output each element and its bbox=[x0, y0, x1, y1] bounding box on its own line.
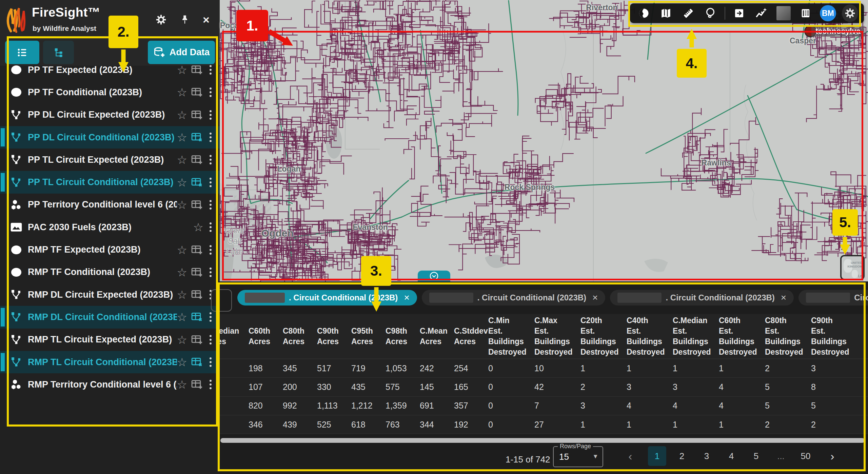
column-header[interactable]: C.Median Est. Buildings Destroyed bbox=[673, 315, 719, 357]
data-table-icon[interactable] bbox=[797, 5, 814, 21]
column-header[interactable]: C95th Acres bbox=[351, 326, 386, 347]
table-row[interactable]: 8209921,1131,2121,35969135707344455 bbox=[220, 397, 868, 415]
row-menu-icon[interactable] bbox=[207, 311, 214, 323]
favorite-star-icon[interactable]: ☆ bbox=[177, 266, 187, 278]
row-menu-icon[interactable] bbox=[207, 199, 214, 211]
collapse-table-button[interactable] bbox=[418, 271, 450, 281]
row-menu-icon[interactable] bbox=[207, 266, 214, 278]
lasso-select-icon[interactable] bbox=[702, 5, 718, 21]
row-menu-icon[interactable] bbox=[207, 378, 214, 391]
column-header[interactable]: C60th Acres bbox=[249, 326, 283, 347]
remove-from-table-icon[interactable] bbox=[191, 311, 203, 323]
settings-gear-icon[interactable] bbox=[154, 13, 168, 26]
tab-close-icon[interactable]: × bbox=[404, 292, 409, 303]
column-header[interactable]: C90th Acres bbox=[317, 326, 351, 347]
favorite-star-icon[interactable]: ☆ bbox=[177, 86, 187, 98]
globe-icon[interactable] bbox=[636, 5, 652, 21]
row-menu-icon[interactable] bbox=[207, 109, 214, 121]
layer-row[interactable]: PP TF Conditional (2023B)☆ bbox=[0, 81, 220, 103]
table-row[interactable]: 346439525618763344192027111122 bbox=[220, 415, 868, 434]
favorite-star-icon[interactable]: ☆ bbox=[177, 379, 187, 390]
row-menu-icon[interactable] bbox=[207, 221, 214, 233]
layer-row[interactable]: RMP DL Circuit Conditional (2023B)☆ bbox=[0, 306, 220, 328]
row-menu-icon[interactable] bbox=[207, 356, 214, 368]
add-to-table-icon[interactable] bbox=[191, 244, 203, 256]
remove-from-table-icon[interactable] bbox=[191, 177, 203, 188]
horizontal-scrollbar[interactable] bbox=[220, 438, 865, 443]
favorite-star-icon[interactable]: ☆ bbox=[177, 244, 187, 256]
favorite-star-icon[interactable]: ☆ bbox=[177, 334, 187, 345]
layer-row[interactable]: RMP TL Circuit Expected (2023B)☆ bbox=[0, 329, 220, 351]
row-menu-icon[interactable] bbox=[207, 131, 214, 143]
add-to-table-icon[interactable] bbox=[191, 334, 203, 345]
layer-row[interactable]: PP DL Circuit Expected (2023B)☆ bbox=[0, 104, 220, 126]
page-button[interactable]: 4 bbox=[722, 446, 741, 466]
row-menu-icon[interactable] bbox=[207, 244, 214, 256]
settings-gear-button[interactable] bbox=[842, 5, 858, 21]
row-menu-icon[interactable] bbox=[207, 64, 214, 76]
result-tab[interactable]: . Circuit Conditional (2023B)× bbox=[610, 290, 794, 305]
prev-page-button[interactable]: ‹ bbox=[619, 446, 642, 466]
layer-row[interactable]: RMP DL Circuit Expected (2023B)☆ bbox=[0, 283, 220, 306]
add-to-table-icon[interactable] bbox=[191, 109, 203, 121]
overview-minimap[interactable]: UNITED KINGDOM Lo bbox=[840, 255, 865, 280]
page-button[interactable]: 5 bbox=[747, 446, 765, 466]
column-header[interactable]: C.Max Est. Buildings Destroyed bbox=[534, 315, 580, 357]
column-header[interactable]: C80th Acres bbox=[283, 326, 317, 347]
column-header[interactable]: C90th Est. Buildings Destroyed bbox=[811, 315, 857, 357]
result-tab[interactable]: . Circuit Conditional (2023B)× bbox=[237, 290, 417, 305]
layer-row[interactable]: PP DL Circuit Conditional (2023B)☆ bbox=[0, 126, 220, 149]
basemap-preview-thumbnail[interactable] bbox=[775, 5, 792, 21]
analytics-trend-icon[interactable] bbox=[753, 5, 769, 21]
favorite-star-icon[interactable]: ☆ bbox=[177, 132, 187, 143]
layer-row[interactable]: RMP TL Circuit Conditional (2023B)☆ bbox=[0, 351, 220, 373]
basemap-map-icon[interactable] bbox=[658, 5, 674, 21]
map-canvas[interactable]: PocatelloRivertonLoganOgdenEvanstonRock … bbox=[220, 0, 868, 281]
layer-row[interactable]: PP TL Circuit Expected (2023B)☆ bbox=[0, 149, 220, 171]
row-menu-icon[interactable] bbox=[207, 154, 214, 166]
pin-panel-icon[interactable] bbox=[178, 13, 192, 26]
table-row[interactable]: 107200330435575145165042233458 bbox=[220, 378, 868, 396]
column-header[interactable]: C98th Acres bbox=[386, 326, 420, 347]
add-to-table-icon[interactable] bbox=[191, 379, 203, 390]
layer-row[interactable]: PAC 2030 Fuels (2023B)☆ bbox=[0, 216, 220, 238]
column-header[interactable]: C.Mean Acres bbox=[420, 326, 454, 347]
row-menu-icon[interactable] bbox=[207, 176, 214, 189]
favorite-star-icon[interactable]: ☆ bbox=[177, 64, 187, 76]
add-to-table-icon[interactable] bbox=[191, 64, 203, 76]
favorite-star-icon[interactable]: ☆ bbox=[177, 289, 187, 300]
page-button[interactable]: 3 bbox=[697, 446, 716, 466]
favorite-star-icon[interactable]: ☆ bbox=[177, 177, 187, 188]
favorite-star-icon[interactable]: ☆ bbox=[177, 109, 187, 121]
column-header[interactable]: C20th Est. Buildings Destroyed bbox=[580, 315, 627, 357]
column-header[interactable]: C.Median Acres bbox=[220, 326, 245, 347]
result-tab[interactable]: . Circuit Conditional (2023B)× bbox=[422, 290, 606, 305]
export-view-icon[interactable] bbox=[731, 5, 747, 21]
layer-row[interactable]: RMP TF Conditional (2023B)☆ bbox=[0, 261, 220, 283]
table-row[interactable]: 1983455177191,053242254010111123 bbox=[220, 359, 868, 378]
layer-row[interactable]: PP TF Expected (2023B)☆ bbox=[0, 59, 220, 81]
remove-from-table-icon[interactable] bbox=[191, 132, 203, 143]
layer-row[interactable]: PP TL Circuit Conditional (2023B)☆ bbox=[0, 171, 220, 193]
next-page-button[interactable]: › bbox=[821, 446, 844, 466]
favorite-star-icon[interactable]: ☆ bbox=[177, 199, 187, 211]
layer-row[interactable]: RMP Territory Conditional level 6 (2023B… bbox=[0, 373, 220, 396]
column-header[interactable]: C.Stddev Acres bbox=[454, 326, 488, 347]
page-button[interactable]: 1 bbox=[648, 446, 666, 466]
tab-close-icon[interactable]: × bbox=[592, 292, 598, 303]
page-button[interactable]: 2 bbox=[673, 446, 691, 466]
add-to-table-icon[interactable] bbox=[191, 154, 203, 165]
column-header[interactable]: C.Min Est. Buildings Destroyed bbox=[488, 315, 534, 357]
column-header[interactable]: C60th Est. Buildings Destroyed bbox=[719, 315, 765, 357]
favorite-star-icon[interactable]: ☆ bbox=[193, 221, 203, 233]
tab-close-icon[interactable]: × bbox=[781, 292, 786, 303]
page-button[interactable]: 50 bbox=[796, 446, 815, 466]
column-header[interactable]: C40th Est. Buildings Destroyed bbox=[627, 315, 673, 357]
favorite-star-icon[interactable]: ☆ bbox=[177, 356, 187, 368]
layer-row[interactable]: PP Territory Conditional level 6 (2023B)… bbox=[0, 194, 220, 216]
result-tab[interactable]: Circuit Conditional (2023B)× bbox=[798, 290, 868, 305]
close-panel-icon[interactable]: × bbox=[199, 13, 213, 26]
measure-ruler-icon[interactable] bbox=[680, 5, 696, 21]
row-menu-icon[interactable] bbox=[207, 334, 214, 346]
user-avatar[interactable]: BM bbox=[820, 5, 836, 21]
